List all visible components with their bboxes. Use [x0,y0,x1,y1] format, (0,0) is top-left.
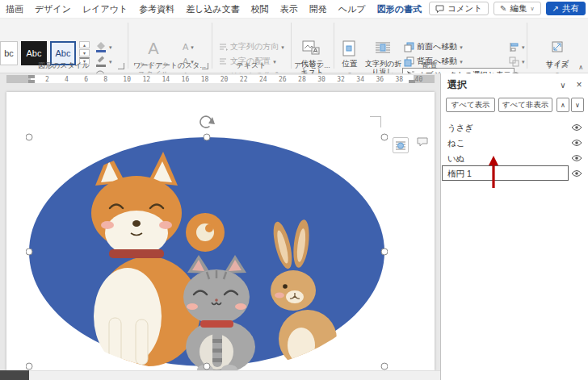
align-objects-button[interactable]: ▾ [509,40,525,53]
caret-down-icon: ▾ [191,44,194,50]
tab-mailings[interactable]: 差し込み文書 [180,0,246,18]
hide-all-button[interactable]: すべて非表示 [498,98,552,112]
list-item-inu[interactable]: いぬ [441,151,588,166]
item-label: ねこ [447,138,465,149]
text-fill-button[interactable]: A▾ [183,40,194,53]
layout-options-icon [395,140,406,151]
horizontal-scrollbar[interactable] [0,370,440,380]
size-button[interactable] [551,40,564,55]
show-all-button[interactable]: すべて表示 [446,98,495,112]
bottom-left-dark-panel [0,370,29,380]
share-label: 共有 [562,3,579,15]
move-down-button[interactable]: ∨ [571,98,584,112]
wrap-text-button[interactable] [375,40,391,58]
pane-close-button[interactable]: × [573,78,586,91]
styles-scroll-up-button[interactable]: ▴ [79,41,90,48]
thumb-text: Abc [27,48,42,58]
caret-down-icon: ▾ [460,44,463,50]
bring-forward-label: 前面へ移動 [417,41,457,52]
alt-text-button[interactable] [302,40,321,56]
alt-text-icon [302,40,320,55]
editing-label: 編集 [510,3,527,15]
item-label: いぬ [447,153,465,165]
tab-view[interactable]: 表示 [275,0,304,18]
chevron-down-icon: ∨ [560,81,565,90]
tab-shape-format[interactable]: 図形の書式 [372,0,427,18]
tab-references[interactable]: 参考資料 [133,0,180,18]
align-objects-icon [509,42,519,52]
wordart-gallery-button[interactable]: A [131,40,176,61]
tab-layout[interactable]: レイアウト [77,0,133,18]
selection-pane: 選択 ∨ × すべて表示 すべて非表示 ∧ ∨ うさぎ ねこ いぬ 楕円 1 [440,73,588,380]
tab-design[interactable]: デザイン [29,0,77,18]
rotate-handle[interactable] [200,116,215,127]
shape-fill-button[interactable]: ▾ [95,40,112,53]
share-button[interactable]: ↗ 共有 [546,2,586,15]
hide-all-label: すべて非表示 [502,100,549,111]
share-icon: ↗ [552,4,559,13]
caret-down-icon: ▾ [522,44,525,50]
list-item-daen1-selected[interactable]: 楕円 1 [441,166,588,182]
tab-review[interactable]: 校閲 [246,0,275,18]
caret-down-icon: ▾ [281,44,284,50]
pane-dropdown-button[interactable]: ∨ [556,78,569,91]
thumb-text: Abc [56,48,71,58]
text-fill-a-icon: A [183,42,188,52]
ribbon: bc Abc Abc ▴ ▾ ▾ ▾ ▾ ▾ 図形のスタイル A クイック スタ… [0,18,588,73]
wordart-group-label: ワードアートのスタ... [128,61,212,71]
position-button[interactable] [342,40,358,58]
menu-right-controls: コメント ✎ 編集 ∨ ↗ 共有 [429,2,586,15]
wordart-a-icon: A [148,40,158,57]
bring-forward-button[interactable]: 前面へ移動 ▾ [404,40,463,53]
red-annotation-arrow [488,154,499,190]
tab-draw[interactable]: 描画 [0,0,29,18]
comments-button[interactable]: コメント [429,2,489,15]
caret-down-icon: ▾ [109,44,112,50]
shape-styles-group-label: 図形のスタイル [0,61,128,71]
comments-label: コメント [447,3,482,15]
chevron-down-icon: ∨ [530,6,534,11]
list-item-neko[interactable]: ねこ [441,136,588,151]
ruler-numbers: 2 4 6 8 10 12 14 16 18 20 22 24 26 28 30… [45,76,422,83]
document-page[interactable] [6,92,435,370]
styles-scroll-down-button[interactable]: ▾ [79,49,90,56]
comment-icon [435,5,444,13]
eye-icon[interactable] [571,123,582,133]
position-icon [342,40,358,56]
first-line-indent-marker[interactable] [28,75,35,78]
item-label: 楕円 1 [447,169,472,180]
right-indent-marker[interactable] [409,80,415,83]
list-item-usagi[interactable]: うさぎ [441,120,588,136]
eye-icon[interactable] [571,154,582,164]
size-icon [551,40,564,53]
pencil-icon: ✎ [500,4,506,13]
editing-button[interactable]: ✎ 編集 ∨ [494,2,541,15]
down-icon: ▾ [83,51,86,56]
word-window: 描画 デザイン レイアウト 参考資料 差し込み文書 校閲 表示 開発 ヘルプ 図… [0,0,588,380]
up-icon: ▴ [83,43,86,48]
document-canvas [0,85,440,380]
horizontal-ruler[interactable]: 2 4 6 8 10 12 14 16 18 20 22 24 26 28 30… [6,75,435,83]
bring-forward-icon [404,42,414,52]
tab-developer[interactable]: 開発 [304,0,333,18]
comment-anchor-icon[interactable] [417,136,428,150]
close-icon: × [576,79,582,90]
layout-options-button[interactable] [393,137,409,153]
show-all-label: すべて表示 [451,100,489,111]
eye-icon[interactable] [571,139,582,148]
wrap-text-icon [375,40,391,56]
ribbon-tab-bar: 描画 デザイン レイアウト 参考資料 差し込み文書 校閲 表示 開発 ヘルプ 図… [0,0,588,18]
text-direction-icon [218,42,228,52]
shape-fill-icon [95,41,107,52]
selection-pane-title: 選択 [447,78,467,92]
ruler-area: 2 4 6 8 10 12 14 16 18 20 22 24 26 28 30… [0,73,440,85]
accessibility-group-label: アクセシ... [291,61,334,71]
text-group-label: テキスト [212,61,291,71]
collapse-ribbon-button[interactable]: ∧ [578,64,583,71]
left-indent-marker[interactable] [28,80,35,83]
eye-icon[interactable] [571,169,582,179]
thumb-text: bc [4,48,14,58]
text-direction-button[interactable]: 文字列の方向 ▾ [218,40,284,53]
move-up-button[interactable]: ∧ [556,98,569,112]
tab-help[interactable]: ヘルプ [333,0,372,18]
